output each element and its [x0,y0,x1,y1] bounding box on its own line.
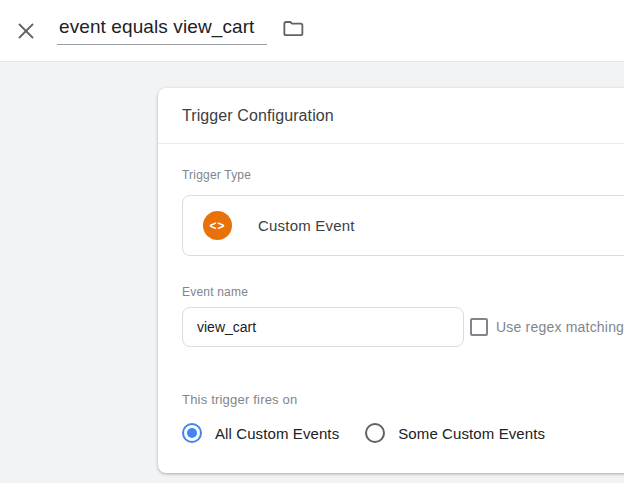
event-name-row: Use regex matching [182,307,624,347]
radio-button-selected[interactable] [182,423,202,443]
trigger-type-selector[interactable]: <> Custom Event [182,195,624,256]
card-content: Trigger Type <> Custom Event Event name … [158,144,624,443]
radio-dot [187,428,197,438]
trigger-title[interactable]: event equals view_cart [57,16,267,45]
close-x-glyph [17,22,35,40]
fires-on-options: All Custom Events Some Custom Events [182,423,624,443]
trigger-title-field[interactable]: event equals view_cart [57,16,267,45]
radio-some-custom-events[interactable]: Some Custom Events [365,423,545,443]
trigger-type-label: Trigger Type [182,168,624,182]
trigger-type-value: Custom Event [258,217,355,234]
fires-on-label: This trigger fires on [182,392,624,407]
top-app-bar: event equals view_cart [0,0,624,62]
radio-some-label: Some Custom Events [398,425,545,442]
card-header: Trigger Configuration [158,88,624,143]
radio-button-unselected[interactable] [365,423,385,443]
radio-all-label: All Custom Events [215,425,339,442]
workspace-background: Trigger Configuration Trigger Type <> Cu… [0,62,624,483]
regex-checkbox[interactable] [470,318,488,336]
regex-checkbox-group[interactable]: Use regex matching [470,318,624,336]
trigger-configuration-card: Trigger Configuration Trigger Type <> Cu… [158,88,624,473]
regex-checkbox-label: Use regex matching [496,319,624,335]
folder-icon[interactable] [279,16,305,42]
custom-event-icon: <> [203,211,232,240]
event-name-label: Event name [182,285,624,299]
close-icon[interactable] [13,18,39,44]
folder-glyph [281,17,304,40]
radio-all-custom-events[interactable]: All Custom Events [182,423,339,443]
card-header-title: Trigger Configuration [182,107,334,125]
event-name-input[interactable] [182,307,464,347]
